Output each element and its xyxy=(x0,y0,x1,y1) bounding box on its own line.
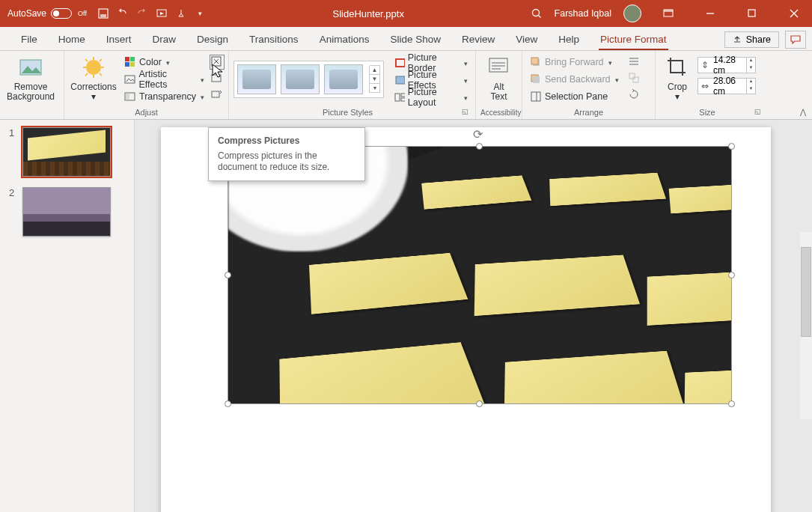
adjust-group-label: Adjust xyxy=(69,106,224,119)
transparency-button[interactable]: Transparency xyxy=(121,88,207,105)
reset-picture-button[interactable] xyxy=(210,88,224,102)
resize-handle[interactable] xyxy=(225,400,231,407)
svg-rect-24 xyxy=(489,58,507,72)
share-label: Share xyxy=(746,34,771,45)
touch-mode-icon[interactable] xyxy=(175,7,187,19)
undo-icon[interactable] xyxy=(117,7,129,19)
group-arrange: Bring Forward Send Backward Selection Pa… xyxy=(522,51,656,119)
slide-thumbnail-2[interactable] xyxy=(22,187,111,237)
user-name: Farshad Iqbal xyxy=(555,8,611,19)
resize-handle[interactable] xyxy=(225,272,231,278)
tab-review[interactable]: Review xyxy=(451,29,505,50)
ribbon-display-options-icon[interactable] xyxy=(653,0,683,27)
svg-rect-20 xyxy=(396,76,405,84)
rotate-handle-icon[interactable]: ⟳ xyxy=(473,127,486,141)
tab-transitions[interactable]: Transitions xyxy=(239,29,309,50)
style-thumb[interactable] xyxy=(237,64,276,94)
tab-design[interactable]: Design xyxy=(186,29,239,50)
height-down[interactable]: ▼ xyxy=(747,65,755,73)
search-icon[interactable] xyxy=(531,7,543,19)
share-button[interactable]: Share xyxy=(724,31,779,48)
document-title: SlideHunter.pptx xyxy=(207,8,531,19)
style-thumb[interactable] xyxy=(281,64,320,94)
svg-rect-15 xyxy=(125,93,129,100)
qat-more-icon[interactable]: ▾ xyxy=(195,7,207,19)
color-button[interactable]: Color xyxy=(121,54,207,70)
picture-styles-gallery[interactable]: ▲ ▼ ▾ xyxy=(233,61,384,98)
group-button[interactable] xyxy=(628,72,641,85)
scrollbar-thumb[interactable] xyxy=(801,247,811,337)
vertical-scrollbar[interactable] xyxy=(800,232,812,419)
resize-handle[interactable] xyxy=(728,400,735,407)
svg-rect-29 xyxy=(531,92,540,101)
artistic-effects-button[interactable]: Artistic Effects xyxy=(121,71,207,88)
tooltip-body: Compress pictures in the document to red… xyxy=(218,150,355,173)
remove-background-icon xyxy=(19,55,43,79)
tooltip-title: Compress Pictures xyxy=(218,135,355,146)
avatar[interactable] xyxy=(623,4,641,22)
from-beginning-icon[interactable] xyxy=(156,7,168,19)
styles-group-label: Picture Styles xyxy=(233,106,462,119)
comments-button[interactable] xyxy=(785,31,806,49)
selection-pane-icon xyxy=(530,91,542,103)
corrections-icon xyxy=(82,55,106,79)
save-icon[interactable] xyxy=(97,7,109,19)
layout-icon xyxy=(394,91,405,103)
gallery-more-icon[interactable]: ▾ xyxy=(370,83,380,93)
width-up[interactable]: ▲ xyxy=(747,79,755,86)
resize-handle[interactable] xyxy=(476,143,483,150)
alt-text-icon xyxy=(487,55,511,79)
autosave-toggle[interactable]: AutoSave Off xyxy=(7,8,87,19)
tab-view[interactable]: View xyxy=(505,29,548,50)
bring-forward-button[interactable]: Bring Forward xyxy=(527,54,622,70)
tab-animations[interactable]: Animations xyxy=(309,29,380,50)
thumb-number: 1 xyxy=(9,127,16,177)
group-adjust: Corrections▾ Color Artistic Effects Tran… xyxy=(64,51,229,119)
bring-forward-icon xyxy=(530,56,542,68)
tab-picture-format[interactable]: Picture Format xyxy=(590,29,677,50)
width-field[interactable]: ⇔ 28.06 cm ▲▼ xyxy=(697,78,756,94)
width-down[interactable]: ▼ xyxy=(747,86,755,94)
crop-button[interactable]: Crop▾ xyxy=(660,52,695,102)
collapse-ribbon-icon[interactable]: ⋀ xyxy=(800,108,806,116)
styles-dialog-launcher[interactable]: ◱ xyxy=(462,108,471,117)
align-button[interactable] xyxy=(628,55,641,69)
rotate-button[interactable] xyxy=(628,88,641,102)
svg-rect-30 xyxy=(629,73,635,79)
picture-layout-button[interactable]: Picture Layout xyxy=(391,89,471,106)
redo-icon[interactable] xyxy=(136,7,148,19)
svg-rect-31 xyxy=(633,77,638,82)
size-dialog-launcher[interactable]: ◱ xyxy=(754,108,763,117)
picture-effects-button[interactable]: Picture Effects xyxy=(391,72,471,88)
style-thumb[interactable] xyxy=(324,64,363,94)
tab-file[interactable]: File xyxy=(10,29,48,50)
close-icon[interactable] xyxy=(779,0,809,27)
tab-help[interactable]: Help xyxy=(548,29,590,50)
tab-draw[interactable]: Draw xyxy=(142,29,187,50)
group-size: Crop▾ ⇕ 14.28 cm ▲▼ ⇔ 28.06 cm ▲▼ Size◱ xyxy=(656,51,768,119)
picture-border-button[interactable]: Picture Border xyxy=(391,55,471,71)
resize-handle[interactable] xyxy=(728,272,735,278)
tab-insert[interactable]: Insert xyxy=(96,29,142,50)
height-up[interactable]: ▲ xyxy=(747,58,755,65)
send-backward-button[interactable]: Send Backward xyxy=(527,71,622,88)
tab-slide-show[interactable]: Slide Show xyxy=(379,29,451,50)
maximize-icon[interactable] xyxy=(737,0,767,27)
slide-thumbnail-1[interactable] xyxy=(22,127,111,177)
alt-text-button[interactable]: Alt Text xyxy=(480,52,517,102)
selection-pane-button[interactable]: Selection Pane xyxy=(527,88,622,105)
share-icon xyxy=(733,35,742,44)
transparency-icon xyxy=(124,91,136,103)
tab-home[interactable]: Home xyxy=(48,29,96,50)
resize-handle[interactable] xyxy=(728,143,735,150)
resize-handle[interactable] xyxy=(476,400,483,407)
corrections-button[interactable]: Corrections▾ xyxy=(69,52,118,102)
height-field[interactable]: ⇕ 14.28 cm ▲▼ xyxy=(697,57,756,73)
remove-background-label: Remove Background xyxy=(7,82,55,102)
toggle-off-icon xyxy=(51,8,72,19)
comment-icon xyxy=(790,35,801,44)
remove-background-button[interactable]: Remove Background xyxy=(4,52,57,102)
svg-rect-28 xyxy=(533,76,540,83)
svg-rect-10 xyxy=(130,57,135,61)
minimize-icon[interactable] xyxy=(695,0,725,27)
